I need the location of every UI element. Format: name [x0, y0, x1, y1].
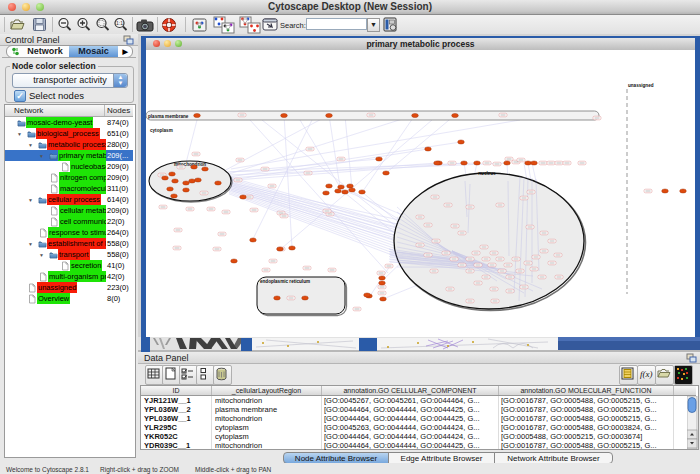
svg-text:nucleus: nucleus: [478, 171, 496, 176]
svg-text:1:1: 1:1: [116, 20, 123, 26]
svg-text:cytoplasm: cytoplasm: [150, 128, 173, 133]
svg-text:plasma membrane: plasma membrane: [148, 114, 189, 119]
svg-text:endoplasmic reticulum: endoplasmic reticulum: [260, 279, 310, 284]
svg-text:unassigned: unassigned: [628, 83, 654, 88]
svg-text:f(x): f(x): [640, 369, 653, 379]
